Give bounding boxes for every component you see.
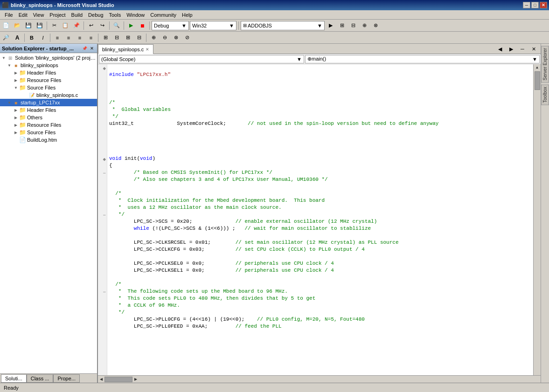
- save-btn[interactable]: 💾: [23, 21, 34, 30]
- expand-resource1[interactable]: ▶: [13, 77, 19, 83]
- hscroll-right-btn[interactable]: ▶: [132, 377, 139, 381]
- tree-item-blinky[interactable]: ▼ ■ blinky_spinloops: [0, 62, 97, 69]
- t2-btn7[interactable]: ≡: [75, 33, 85, 42]
- tree-item-startup[interactable]: ▼ ■ startup_LPC17xx: [0, 99, 97, 106]
- t2-btn8[interactable]: ≡: [86, 33, 96, 42]
- tab-pin[interactable]: ─: [517, 44, 528, 54]
- run-btn[interactable]: ▶: [126, 21, 136, 30]
- expand-source2[interactable]: ▶: [13, 130, 19, 135]
- tab-nav-left[interactable]: ◀: [495, 44, 505, 54]
- expand-solution[interactable]: ▼: [1, 55, 7, 61]
- maximize-button[interactable]: □: [531, 2, 539, 8]
- toolbox-tab[interactable]: Toolbox: [541, 84, 549, 105]
- tree-item-source2[interactable]: ▶ 📁 Source Files: [0, 129, 97, 136]
- search-btn[interactable]: 🔍: [111, 21, 122, 30]
- expand-blinky[interactable]: ▼: [7, 62, 12, 68]
- icon-blinky-c: 📝: [28, 91, 35, 99]
- target-dropdown[interactable]: ⊞ ADDOBJS ▼: [241, 21, 325, 30]
- tab-class[interactable]: Class ...: [27, 374, 54, 383]
- extra-btn3[interactable]: ⊟: [348, 21, 358, 30]
- minimize-button[interactable]: ─: [523, 2, 530, 8]
- expand-header2[interactable]: ▶: [13, 107, 19, 113]
- debug-config-dropdown[interactable]: Debug ▼: [152, 21, 189, 30]
- se-header-controls[interactable]: 📌 ✕: [81, 45, 95, 52]
- menu-debug[interactable]: Debug: [85, 11, 106, 19]
- platform-dropdown[interactable]: Win32 ▼: [190, 21, 236, 30]
- expand-startup[interactable]: ▼: [7, 100, 12, 105]
- expand-others[interactable]: ▶: [13, 115, 19, 120]
- t2-btn9[interactable]: ⊞: [100, 33, 111, 42]
- scroll-up-btn[interactable]: ▲: [535, 65, 539, 69]
- stop-btn[interactable]: ⏹: [137, 21, 147, 30]
- editor-area: blinky_spinloops.c ✕ ◀ ▶ ─ ✕ (Global Sco…: [98, 44, 541, 383]
- server-explorer-tab[interactable]: Server Explorer: [541, 46, 549, 83]
- menu-help[interactable]: Help: [179, 11, 195, 19]
- menu-edit[interactable]: Edit: [16, 11, 30, 19]
- tree-item-header2[interactable]: ▶ 📁 Header Files: [0, 106, 97, 114]
- tree-item-resource1[interactable]: ▶ 📁 Resource Files: [0, 76, 97, 84]
- t2-btn16[interactable]: ⊘: [182, 33, 192, 42]
- extra-btn2[interactable]: ⊞: [337, 21, 347, 30]
- extra-btn1[interactable]: ▶: [326, 21, 336, 30]
- t2-btn14[interactable]: ⊖: [160, 33, 170, 42]
- t2-btn1[interactable]: 🔎: [1, 33, 11, 42]
- extra-btn5[interactable]: ⊗: [370, 21, 381, 30]
- tree-item-blinky-c[interactable]: ▶ 📝 blinky_spinloops.c: [0, 91, 97, 99]
- se-pin-btn[interactable]: 📌: [81, 45, 88, 52]
- t2-btn2[interactable]: A: [12, 33, 22, 42]
- tab-close-icon[interactable]: ✕: [146, 47, 149, 52]
- t2-btn5[interactable]: ≡: [52, 33, 63, 42]
- t2-btn4[interactable]: I: [38, 33, 48, 42]
- vertical-scrollbar[interactable]: ▲: [533, 64, 541, 375]
- tree-item-source1[interactable]: ▼ 📁 Source Files: [0, 84, 97, 91]
- t2-btn15[interactable]: ⊗: [171, 33, 181, 42]
- menu-community[interactable]: Community: [147, 11, 179, 19]
- extra-btn4[interactable]: ⊕: [359, 21, 369, 30]
- menu-project[interactable]: Project: [47, 11, 68, 19]
- tree-item-solution[interactable]: ▼ ⊞ Solution 'blinky_spinloops' (2 proje…: [0, 54, 97, 62]
- tree-item-resource2[interactable]: ▶ 📁 Resource Files: [0, 121, 97, 129]
- t2-btn12[interactable]: ⊟: [134, 33, 144, 42]
- hscroll-left-btn[interactable]: ◀: [98, 377, 104, 381]
- scroll-thumb[interactable]: [535, 71, 540, 90]
- t2-btn6[interactable]: ≡: [63, 33, 74, 42]
- t2-btn3[interactable]: B: [27, 33, 37, 42]
- redo-btn[interactable]: ↪: [97, 21, 107, 30]
- copy-btn[interactable]: 📋: [60, 21, 70, 30]
- tree-item-buildlog[interactable]: ▶ 📄 BuildLog.htm: [0, 136, 97, 144]
- cut-btn[interactable]: ✂: [49, 21, 59, 30]
- menu-window[interactable]: Window: [124, 11, 147, 19]
- tree-item-header1[interactable]: ▶ 📁 Header Files: [0, 69, 97, 76]
- t2-btn10[interactable]: ⊟: [111, 33, 122, 42]
- code-editor[interactable]: ◆ ◆ − −: [98, 64, 541, 375]
- t2-btn11[interactable]: ⊞: [123, 33, 133, 42]
- tree-item-others[interactable]: ▶ 📁 Others: [0, 114, 97, 121]
- tab-blinky-c[interactable]: blinky_spinloops.c ✕: [98, 44, 153, 54]
- paste-btn[interactable]: 📌: [71, 21, 82, 30]
- expand-header1[interactable]: ▶: [13, 70, 19, 76]
- sep4: [124, 21, 124, 30]
- scope-left-dropdown[interactable]: (Global Scope) ▼: [99, 55, 304, 63]
- scope-right-dropdown[interactable]: ⊕main() ▼: [305, 55, 540, 63]
- undo-btn[interactable]: ↩: [86, 21, 96, 30]
- expand-source1[interactable]: ▼: [13, 85, 19, 90]
- se-close-btn[interactable]: ✕: [89, 45, 95, 52]
- tab-solution[interactable]: Soluti...: [1, 374, 27, 383]
- tab-close-all[interactable]: ✕: [528, 44, 539, 54]
- menu-build[interactable]: Build: [69, 11, 85, 19]
- t2-btn13[interactable]: ⊕: [148, 33, 159, 42]
- label-blinky-c: blinky_spinloops.c: [35, 92, 97, 98]
- code-content[interactable]: #include "LPC17xx.h" /* * Global variabl…: [107, 64, 533, 375]
- menu-file[interactable]: File: [2, 11, 16, 19]
- tab-nav-right[interactable]: ▶: [506, 44, 516, 54]
- new-btn[interactable]: 📄: [1, 21, 11, 30]
- title-bar-controls[interactable]: ─ □ ✕: [523, 2, 547, 8]
- save-all-btn[interactable]: 💾: [35, 21, 45, 30]
- menu-tools[interactable]: Tools: [106, 11, 124, 19]
- close-button[interactable]: ✕: [540, 2, 547, 8]
- open-btn[interactable]: 📂: [12, 21, 22, 30]
- menu-view[interactable]: View: [30, 11, 47, 19]
- expand-resource2[interactable]: ▶: [13, 122, 19, 128]
- tab-properties[interactable]: Prope...: [53, 374, 80, 383]
- hscroll-thumb[interactable]: [104, 377, 132, 382]
